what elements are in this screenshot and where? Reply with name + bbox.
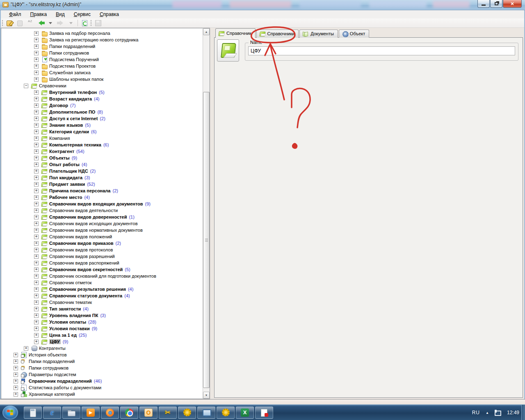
tree-item[interactable]: +История объектов	[1, 352, 203, 358]
taskbar-button-ie[interactable]: e	[43, 406, 61, 419]
expand-icon[interactable]: +	[14, 366, 18, 370]
start-button[interactable]	[2, 406, 18, 420]
expand-icon[interactable]: +	[14, 353, 18, 357]
expand-icon[interactable]: +	[34, 38, 39, 42]
tree-item[interactable]: +Пол кандидата3	[1, 174, 203, 181]
show-desktop-button[interactable]	[521, 405, 525, 420]
expand-icon[interactable]: +	[34, 235, 39, 239]
expand-icon[interactable]: +	[14, 386, 18, 390]
expand-icon[interactable]: +	[34, 202, 39, 206]
expand-icon[interactable]: +	[34, 149, 39, 154]
tree-item[interactable]: +Справочник видов деятельности	[1, 207, 203, 214]
tree-item[interactable]: +Хранилище категорий	[1, 391, 203, 397]
expand-icon[interactable]: +	[34, 136, 39, 141]
tree-item[interactable]: +Папки сотрудников	[1, 50, 203, 56]
expand-icon[interactable]: +	[34, 90, 39, 95]
back-button[interactable]	[36, 19, 45, 27]
expand-icon[interactable]: +	[34, 221, 39, 226]
expand-icon[interactable]: +	[34, 169, 39, 173]
hidden-icons-button[interactable]: ▲	[486, 411, 489, 415]
tree-item[interactable]: +Статистика работы с документами	[1, 384, 203, 391]
menu-item-1[interactable]: Правка	[26, 11, 51, 18]
clock[interactable]: 12:49	[507, 410, 519, 415]
taskbar-button-pdf[interactable]	[255, 406, 273, 419]
tree-item[interactable]: +Цена за 1 ед25	[1, 332, 203, 338]
tree-item[interactable]: +Справочник подразделений46	[1, 378, 203, 384]
expand-icon[interactable]: +	[34, 156, 39, 160]
tree-item[interactable]: +Справочник видов протоколов	[1, 247, 203, 253]
tree-item[interactable]: +Папки подразделений	[1, 43, 203, 50]
tree-item[interactable]: +Заявка на регистрацию нового сотрудника	[1, 37, 203, 43]
taskbar-button-outlook[interactable]: O	[139, 406, 158, 419]
panel-splitter[interactable]	[210, 28, 214, 399]
expand-icon[interactable]: +	[34, 97, 39, 101]
tab-справочники[interactable]: Справочники	[256, 30, 299, 38]
name-input[interactable]	[248, 46, 515, 55]
expand-icon[interactable]: +	[34, 57, 39, 62]
tree-item[interactable]: +Справочник видов нормативных документов	[1, 227, 203, 233]
tree-item[interactable]: −Справочники	[1, 82, 203, 89]
expand-icon[interactable]: +	[34, 261, 39, 265]
expand-icon[interactable]: +	[34, 176, 39, 180]
tree-item[interactable]: +Подсистема Проектов	[1, 63, 203, 69]
back-caret-button[interactable]	[46, 19, 55, 27]
expand-icon[interactable]: +	[34, 189, 39, 193]
network-icon[interactable]	[495, 410, 501, 415]
expand-icon[interactable]: +	[14, 359, 18, 364]
tree-item[interactable]: +Условия оплаты28	[1, 319, 203, 325]
tree-item[interactable]: +Справочник видов разрешений	[1, 253, 203, 260]
expand-icon[interactable]: +	[34, 340, 39, 344]
tree-item[interactable]: +Внутренний телефон5	[1, 89, 203, 96]
expand-icon[interactable]: +	[34, 313, 39, 318]
expand-icon[interactable]: +	[14, 372, 18, 377]
taskbar-button-viewer[interactable]	[197, 406, 215, 419]
tree-item[interactable]: +Справочник видов распоряжений	[1, 260, 203, 266]
tree-item[interactable]: +Знание языков5	[1, 122, 203, 128]
reference-book-button[interactable]	[217, 39, 239, 62]
expand-icon[interactable]: +	[24, 346, 28, 351]
expand-icon[interactable]: +	[34, 281, 39, 285]
tree-item[interactable]: +ЦФУ9	[1, 338, 203, 345]
tree-item[interactable]: +Уровень владения ПК3	[1, 312, 203, 319]
taskbar-button-chrome[interactable]	[120, 406, 138, 419]
tree-item[interactable]: +Справочник оснований для подготовки док…	[1, 273, 203, 279]
tab-справочник[interactable]: Справочник	[215, 28, 256, 38]
expand-icon[interactable]: +	[34, 326, 39, 331]
tree-item[interactable]: +Подсистема Поручений	[1, 56, 203, 63]
minimize-button[interactable]	[477, 0, 490, 8]
expand-icon[interactable]: +	[34, 248, 39, 252]
collapse-icon[interactable]: −	[24, 84, 28, 88]
expand-icon[interactable]: +	[34, 116, 39, 121]
tree-item[interactable]: +Опыт работы4	[1, 161, 203, 168]
tree-item[interactable]: +Плательщик НДС2	[1, 168, 203, 174]
taskbar-button-firefox[interactable]	[101, 406, 119, 419]
tree-item[interactable]: +Объекты9	[1, 155, 203, 161]
tree-item[interactable]: +Заявка на подбор персонала	[1, 30, 203, 37]
expand-icon[interactable]: +	[34, 274, 39, 278]
tree-item[interactable]: +Справочник видов положений	[1, 233, 203, 240]
tree-item[interactable]: +Категория сделки6	[1, 128, 203, 135]
taskbar-button-explorer[interactable]	[62, 406, 80, 419]
new-item-button[interactable]	[5, 19, 14, 27]
close-button[interactable]: ✕	[503, 0, 522, 8]
tree-item[interactable]: +Справочник видов исходящих документов	[1, 220, 203, 227]
taskbar-button-gear[interactable]	[178, 406, 196, 419]
menu-item-4[interactable]: Справка	[96, 11, 123, 18]
taskbar-button-media[interactable]: ▶	[82, 406, 100, 419]
tree-item[interactable]: +Справочник результатов решения4	[1, 286, 203, 292]
expand-icon[interactable]: +	[34, 333, 39, 338]
expand-icon[interactable]: +	[34, 320, 39, 324]
tree-item[interactable]: +Причина поиска персонала2	[1, 187, 203, 194]
scrollbar-thumb[interactable]	[203, 92, 210, 388]
expand-icon[interactable]: +	[34, 130, 39, 134]
expand-icon[interactable]: +	[34, 195, 39, 200]
tree-item[interactable]: +Справочник тематик	[1, 299, 203, 306]
scroll-up-button[interactable]: ▲	[203, 28, 210, 35]
expand-icon[interactable]: +	[34, 182, 39, 187]
menu-item-3[interactable]: Сервис	[70, 11, 95, 18]
taskbar-button-calculator[interactable]	[24, 406, 42, 419]
expand-icon[interactable]: +	[34, 31, 39, 36]
scroll-down-button[interactable]: ▼	[203, 392, 210, 399]
expand-icon[interactable]: +	[34, 110, 39, 114]
tree-item[interactable]: +Доступ к сети Internet2	[1, 115, 203, 122]
